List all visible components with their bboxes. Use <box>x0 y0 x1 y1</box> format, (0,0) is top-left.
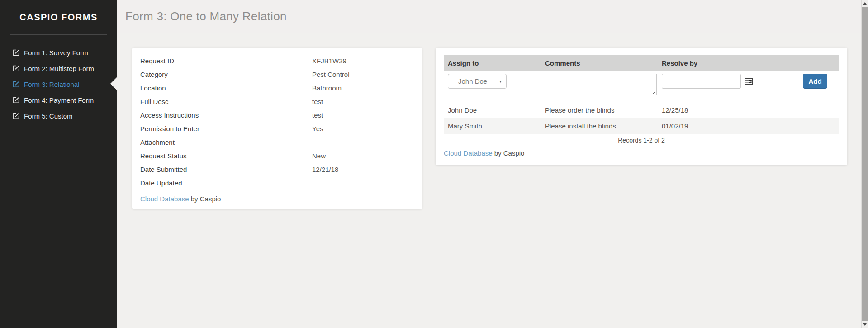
active-item-arrow <box>110 77 117 90</box>
field-value: test <box>312 109 323 122</box>
sidebar-item-label: Form 2: Multistep Form <box>24 65 94 72</box>
row-assign-to: John Doe <box>444 106 541 114</box>
field-label: Date Updated <box>140 176 312 190</box>
sidebar-item-form5-custom[interactable]: Form 5: Custom <box>0 108 117 124</box>
table-row: John Doe Please order the blinds 12/25/1… <box>444 102 839 118</box>
detail-row: CategoryPest Control <box>140 68 414 81</box>
row-assign-to: Mary Smith <box>444 122 541 130</box>
column-header-comments: Comments <box>541 59 658 67</box>
field-value: 12/21/18 <box>312 163 338 176</box>
caspio-attribution: Cloud Database by Caspio <box>444 147 839 160</box>
caspio-attribution: Cloud Database by Caspio <box>140 192 414 206</box>
scrollbar-thumb[interactable] <box>862 7 868 321</box>
detail-row: Request StatusNew <box>140 149 414 163</box>
field-label: Permission to Enter <box>140 122 312 136</box>
details-card: Request IDXFJB1W39 CategoryPest Control … <box>132 48 422 209</box>
field-label: Date Submitted <box>140 163 312 176</box>
table-row: Mary Smith Please install the blinds 01/… <box>444 118 839 134</box>
sidebar-item-label: Form 4: Payment Form <box>24 96 94 104</box>
assign-to-selected-value: John Doe <box>458 77 487 85</box>
field-label: Location <box>140 81 312 95</box>
attribution-text: by Caspio <box>493 149 525 157</box>
attribution-text: by Caspio <box>189 195 221 203</box>
row-resolve-by: 12/25/18 <box>658 106 799 114</box>
row-comments: Please order the blinds <box>541 106 658 114</box>
sidebar-item-label: Form 3: Relational <box>24 81 80 88</box>
edit-icon <box>13 49 19 56</box>
field-value: test <box>312 95 323 109</box>
sidebar-item-form4-payment[interactable]: Form 4: Payment Form <box>0 92 117 108</box>
arrow-up-icon <box>863 2 867 5</box>
cloud-database-link[interactable]: Cloud Database <box>140 195 189 203</box>
field-value: New <box>312 149 326 163</box>
field-label: Full Desc <box>140 95 312 109</box>
page-header: Form 3: One to Many Relation <box>117 0 861 33</box>
detail-row: Attachment <box>140 136 414 149</box>
edit-icon <box>13 97 19 104</box>
assign-to-select[interactable]: John Doe ▾ <box>448 74 507 89</box>
field-label: Access Instructions <box>140 109 312 122</box>
sidebar-item-label: Form 1: Survey Form <box>24 49 88 57</box>
add-button[interactable]: Add <box>803 74 827 89</box>
edit-icon <box>13 113 19 119</box>
field-label: Attachment <box>140 136 312 149</box>
relation-card: Assign to Comments Resolve by John Doe ▾ <box>436 48 847 165</box>
field-label: Request ID <box>140 54 312 68</box>
cloud-database-link[interactable]: Cloud Database <box>444 149 493 157</box>
detail-row: LocationBathroom <box>140 81 414 95</box>
sidebar-item-form3-relational[interactable]: Form 3: Relational <box>0 76 117 92</box>
field-label: Request Status <box>140 149 312 163</box>
detail-row: Date Updated <box>140 176 414 190</box>
sidebar-item-label: Form 5: Custom <box>24 112 73 120</box>
sidebar-item-form1-survey[interactable]: Form 1: Survey Form <box>0 45 117 61</box>
vertical-scrollbar[interactable] <box>861 0 868 328</box>
scroll-up-button[interactable] <box>862 0 868 7</box>
row-comments: Please install the blinds <box>541 122 658 130</box>
field-label: Category <box>140 68 312 81</box>
column-header-assign-to: Assign to <box>444 59 541 67</box>
calendar-icon[interactable] <box>745 78 753 85</box>
detail-row: Permission to EnterYes <box>140 122 414 136</box>
comments-textarea[interactable] <box>545 74 657 95</box>
sidebar-menu: Form 1: Survey Form Form 2: Multistep Fo… <box>0 45 117 124</box>
row-resolve-by: 01/02/19 <box>658 122 799 130</box>
field-value: Yes <box>312 122 323 136</box>
field-value: XFJB1W39 <box>312 54 346 68</box>
inline-add-form: John Doe ▾ <box>444 74 839 102</box>
detail-row: Access Instructionstest <box>140 109 414 122</box>
field-value: Pest Control <box>312 68 350 81</box>
sidebar: CASPIO FORMS Form 1: Survey Form Form 2:… <box>0 0 117 328</box>
resolve-by-date-input[interactable] <box>662 74 741 89</box>
detail-row: Request IDXFJB1W39 <box>140 54 414 68</box>
scroll-down-button[interactable] <box>862 321 868 328</box>
sidebar-item-form2-multistep[interactable]: Form 2: Multistep Form <box>0 61 117 76</box>
edit-icon <box>13 81 19 88</box>
records-count: Records 1-2 of 2 <box>444 134 839 147</box>
field-value: Bathroom <box>312 81 342 95</box>
chevron-down-icon: ▾ <box>499 79 502 84</box>
detail-row: Full Desctest <box>140 95 414 109</box>
edit-icon <box>13 65 19 72</box>
page-title: Form 3: One to Many Relation <box>117 0 861 33</box>
column-header-resolve-by: Resolve by <box>658 59 799 67</box>
main-content: Request IDXFJB1W39 CategoryPest Control … <box>117 33 861 328</box>
table-header-row: Assign to Comments Resolve by <box>444 55 839 71</box>
arrow-down-icon <box>863 323 867 326</box>
sidebar-divider <box>10 34 107 35</box>
app-title: CASPIO FORMS <box>0 0 117 23</box>
detail-row: Date Submitted12/21/18 <box>140 163 414 176</box>
